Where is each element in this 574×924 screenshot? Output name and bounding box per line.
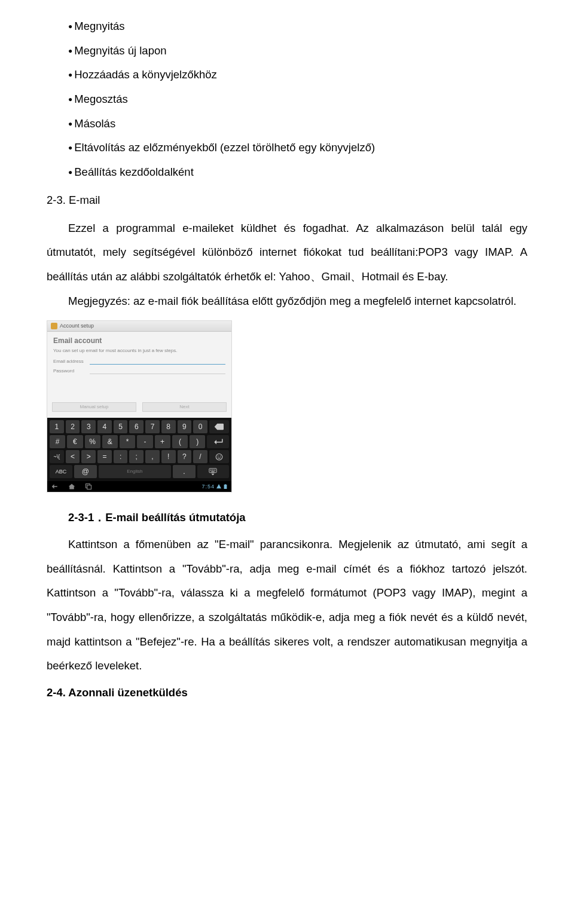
list-item: Beállítás kezdőoldalként — [68, 160, 527, 185]
scr-keyboard: 1 2 3 4 5 6 7 8 9 0 # € % & * - + ( ) — [47, 418, 231, 481]
kbd-row-3: ~\{ < > = : ; , ! ? / — [50, 450, 229, 463]
section-2-3-paragraph-1: Ezzel a programmal e-maileket küldhet és… — [47, 216, 527, 289]
section-2-3-paragraph-2: Megjegyzés: az e-mail fiók beállítása el… — [47, 289, 527, 314]
scr-password-label: Password — [53, 368, 86, 374]
key: 8 — [161, 420, 176, 433]
bookmark-context-menu-list: Megnyitás Megnyitás új lapon Hozzáadás a… — [68, 14, 527, 185]
svg-point-1 — [218, 455, 219, 457]
abc-key: ABC — [50, 465, 72, 478]
hide-keyboard-key — [197, 465, 229, 478]
key: 5 — [114, 420, 128, 433]
key: 2 — [66, 420, 80, 433]
scr-password-field-row: Password — [53, 368, 225, 374]
list-item: Eltávolítás az előzményekből (ezzel törö… — [68, 136, 527, 160]
list-item: Megosztás — [68, 87, 527, 112]
section-2-3-1-paragraph: Kattintson a főmenüben az "E-mail" paran… — [47, 533, 527, 678]
back-icon — [51, 483, 59, 490]
scr-subtitle: You can set up email for most accounts i… — [53, 348, 225, 354]
scr-email-field-row: Email address — [53, 358, 225, 365]
svg-rect-5 — [87, 485, 91, 489]
svg-point-2 — [219, 455, 221, 457]
kbd-row-1: 1 2 3 4 5 6 7 8 9 0 — [50, 420, 229, 433]
bullet-text: Beállítás kezdőoldalként — [74, 166, 194, 178]
key: 6 — [129, 420, 144, 433]
time-text: 7:54 — [201, 484, 215, 490]
key: > — [81, 450, 96, 463]
key: ~\{ — [50, 450, 64, 463]
key: & — [102, 435, 118, 448]
bullet-text: Másolás — [74, 117, 115, 130]
scr-password-input — [90, 368, 225, 374]
key: ; — [129, 450, 144, 463]
scr-email-input — [90, 358, 225, 365]
enter-key — [207, 435, 229, 448]
key: ) — [190, 435, 205, 448]
scr-email-label: Email address — [53, 359, 86, 365]
scr-button-row: Manual setup Next — [47, 381, 231, 418]
list-item: Másolás — [68, 112, 527, 136]
envelope-icon — [51, 323, 57, 329]
list-item: Megnyitás új lapon — [68, 39, 527, 63]
key: + — [155, 435, 170, 448]
bullet-text: Eltávolítás az előzményekből (ezzel törö… — [74, 141, 375, 154]
battery-icon — [223, 484, 228, 489]
bullet-text: Megnyitás — [74, 20, 124, 32]
key: < — [66, 450, 80, 463]
space-key: English — [99, 465, 171, 478]
scr-title: Email account — [53, 336, 225, 345]
section-2-4-heading: 2-4. Azonnali üzenetküldés — [47, 681, 527, 705]
key: - — [137, 435, 152, 448]
kbd-row-4: ABC @ English . — [50, 465, 229, 478]
at-key: @ — [74, 465, 97, 478]
recents-icon — [84, 483, 93, 490]
scr-manual-setup-button: Manual setup — [52, 402, 136, 412]
status-time: 7:54 — [201, 484, 228, 490]
home-icon — [68, 483, 76, 490]
bullet-text: Megosztás — [74, 93, 127, 105]
key: # — [50, 435, 65, 448]
list-item: Megnyitás — [68, 14, 527, 39]
scr-body: Email account You can set up email for m… — [47, 332, 231, 381]
section-2-3-heading: 2-3. E-mail — [47, 188, 527, 213]
svg-point-0 — [216, 454, 222, 460]
key: ? — [178, 450, 192, 463]
section-2-3-1-heading: 2-3-1．E-mail beállítás útmutatója — [68, 506, 527, 530]
bullet-text: Megnyitás új lapon — [74, 44, 166, 57]
scr-navbar: 7:54 — [47, 481, 231, 492]
key: 4 — [97, 420, 112, 433]
key: 0 — [193, 420, 207, 433]
dot-key: . — [173, 465, 196, 478]
key: ! — [161, 450, 176, 463]
scr-next-button: Next — [142, 402, 227, 412]
key: / — [193, 450, 207, 463]
email-account-setup-screenshot: Account setup Email account You can set … — [47, 320, 232, 492]
kbd-row-2: # € % & * - + ( ) — [50, 435, 229, 448]
key: = — [97, 450, 112, 463]
list-item: Hozzáadás a könyvjelzőkhöz — [68, 63, 527, 87]
key: % — [85, 435, 100, 448]
key: : — [114, 450, 128, 463]
key: 1 — [50, 420, 64, 433]
scr-window-title: Account setup — [60, 323, 94, 329]
key: € — [67, 435, 83, 448]
scr-window-header: Account setup — [47, 321, 231, 332]
key: 3 — [81, 420, 96, 433]
bullet-text: Hozzáadás a könyvjelzőkhöz — [74, 68, 217, 81]
svg-rect-7 — [225, 484, 226, 485]
wifi-icon — [216, 484, 221, 489]
key: 7 — [145, 420, 160, 433]
key: ( — [172, 435, 188, 448]
key: 9 — [178, 420, 192, 433]
smile-key — [209, 450, 229, 463]
key: * — [120, 435, 135, 448]
svg-rect-6 — [224, 485, 227, 489]
backspace-key — [209, 420, 229, 433]
key: , — [145, 450, 160, 463]
